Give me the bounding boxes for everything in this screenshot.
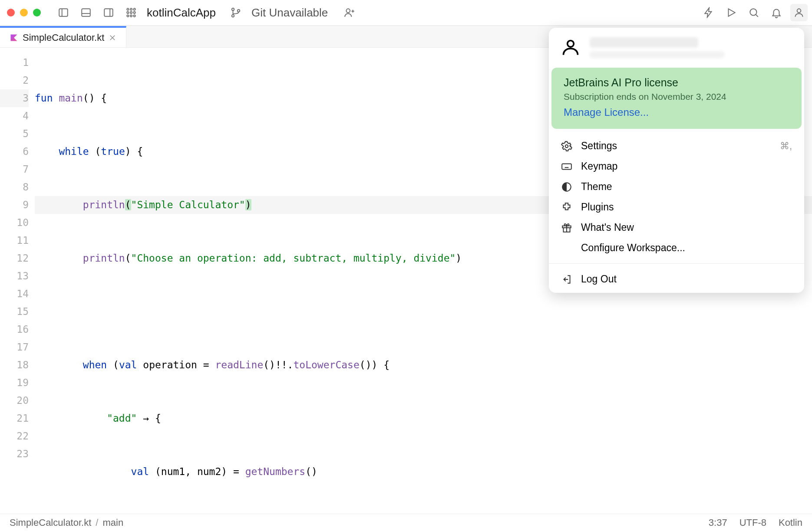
kotlin-file-icon [10, 33, 18, 42]
user-email-redacted [590, 51, 724, 58]
svg-point-11 [133, 12, 135, 13]
apps-grid-icon[interactable] [122, 4, 140, 21]
svg-point-17 [238, 10, 240, 12]
svg-point-13 [130, 15, 132, 16]
project-name[interactable]: kotlinCalcApp [147, 6, 216, 20]
menu-item-plugins[interactable]: Plugins [549, 197, 804, 217]
svg-point-15 [232, 8, 234, 10]
menu-label: Settings [581, 140, 617, 152]
svg-rect-0 [59, 9, 68, 16]
menu-divider [549, 263, 804, 264]
tab-close-icon[interactable] [109, 34, 116, 42]
user-name-redacted [590, 37, 698, 48]
svg-marker-21 [729, 9, 735, 16]
git-status-label[interactable]: Git Unavailable [251, 6, 328, 20]
minimize-window-button[interactable] [20, 9, 28, 16]
svg-rect-2 [82, 9, 90, 16]
status-bar: SimpleCalculator.kt / main 3:37 UTF-8 Ko… [0, 514, 812, 531]
svg-point-22 [750, 9, 756, 15]
panel-bottom-icon[interactable] [77, 4, 95, 21]
run-play-icon[interactable] [723, 4, 740, 21]
menu-label: Theme [581, 181, 612, 193]
menu-item-configure-workspace[interactable]: Configure Workspace... [549, 238, 804, 258]
file-language[interactable]: Kotlin [779, 517, 802, 528]
svg-rect-4 [104, 9, 113, 16]
menu-label: Plugins [581, 201, 614, 213]
svg-point-27 [568, 41, 574, 47]
gift-icon [561, 222, 572, 233]
license-banner: JetBrains AI Pro license Subscription en… [551, 68, 802, 129]
file-encoding[interactable]: UTF-8 [739, 517, 766, 528]
svg-point-9 [127, 12, 129, 13]
panel-right-icon[interactable] [100, 4, 117, 21]
menu-item-whatsnew[interactable]: What's New [549, 217, 804, 238]
logout-icon [561, 274, 572, 285]
tab-simplecalculator[interactable]: SimpleCalculator.kt [0, 26, 126, 47]
close-window-button[interactable] [7, 9, 15, 16]
breadcrumb-sep: / [96, 517, 98, 528]
gear-icon [561, 141, 572, 152]
line-number-gutter: 1 2 3 4 5 6 7 8 9 10 11 12 13 14 15 16 1… [0, 48, 35, 507]
theme-icon [561, 181, 572, 193]
menu-label: What's New [581, 222, 634, 233]
account-dropdown: JetBrains AI Pro license Subscription en… [549, 28, 804, 293]
menu-item-keymap[interactable]: Keymap [549, 156, 804, 177]
breadcrumb-file[interactable]: SimpleCalculator.kt [10, 517, 91, 528]
menu-item-theme[interactable]: Theme [549, 177, 804, 197]
license-title: JetBrains AI Pro license [564, 76, 789, 89]
maximize-window-button[interactable] [33, 9, 41, 16]
svg-point-8 [133, 8, 135, 10]
user-avatar-icon [561, 38, 580, 57]
ai-bolt-icon[interactable] [700, 4, 717, 21]
window-controls [7, 9, 41, 16]
notifications-bell-icon[interactable] [768, 4, 785, 21]
svg-point-16 [232, 15, 234, 17]
svg-point-7 [130, 8, 132, 10]
title-bar: kotlinCalcApp Git Unavailable [0, 0, 812, 26]
menu-item-settings[interactable]: Settings ⌘, [549, 136, 804, 156]
svg-point-24 [797, 9, 801, 13]
panel-left-icon[interactable] [55, 4, 72, 21]
svg-point-18 [347, 9, 350, 13]
svg-rect-29 [562, 164, 571, 169]
search-icon[interactable] [745, 4, 762, 21]
caret-position[interactable]: 3:37 [709, 517, 727, 528]
menu-label: Keymap [581, 161, 617, 172]
keyboard-icon [561, 161, 572, 172]
add-user-icon[interactable] [341, 4, 358, 21]
breadcrumb-fn[interactable]: main [102, 517, 123, 528]
license-subtitle: Subscription ends on November 3, 2024 [564, 92, 789, 102]
dropdown-user-row[interactable] [549, 28, 804, 68]
account-user-icon[interactable] [790, 4, 808, 21]
menu-label: Configure Workspace... [581, 242, 685, 254]
tab-label: SimpleCalculator.kt [23, 32, 104, 43]
menu-item-logout[interactable]: Log Out [549, 269, 804, 289]
svg-point-6 [127, 8, 129, 10]
svg-point-12 [127, 15, 129, 16]
menu-label: Log Out [581, 273, 617, 285]
svg-line-23 [756, 14, 758, 16]
svg-point-14 [133, 15, 135, 16]
plugin-icon [561, 202, 572, 213]
manage-license-link[interactable]: Manage License... [564, 106, 789, 118]
git-branch-icon[interactable] [227, 4, 244, 21]
svg-point-10 [130, 12, 132, 13]
svg-point-28 [565, 144, 568, 148]
settings-shortcut: ⌘, [780, 141, 792, 152]
